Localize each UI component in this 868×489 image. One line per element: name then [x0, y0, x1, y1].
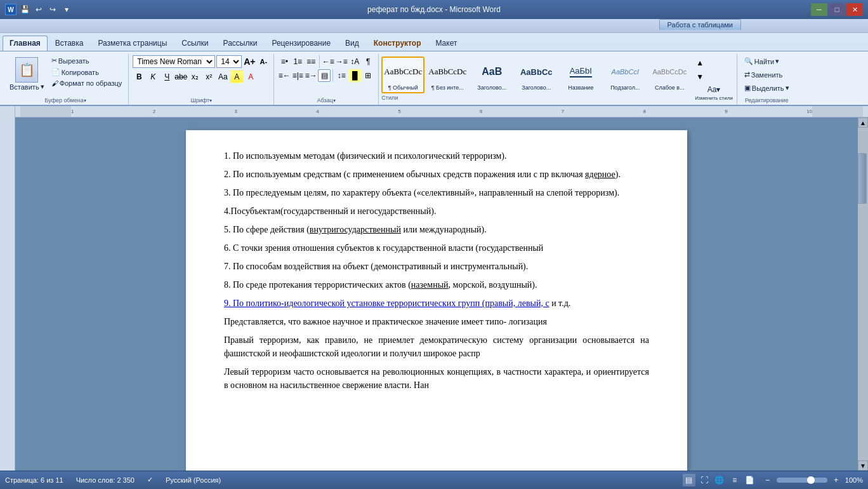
style-normal[interactable]: AaBbCcDc ¶ Обычный — [381, 57, 424, 93]
scroll-down-arrow[interactable]: ▼ — [858, 460, 868, 471]
clipboard-expand[interactable]: ▾ — [84, 98, 86, 104]
close-btn[interactable]: ✕ — [846, 3, 863, 16]
underline-nazemny: наземный — [411, 280, 449, 290]
word-count: Число слов: 2 350 — [76, 476, 135, 484]
style-subtitle-label: Подзагол... — [610, 84, 640, 91]
tab-review[interactable]: Рецензирование — [265, 36, 338, 51]
numbering-btn[interactable]: 1≡ — [291, 55, 304, 68]
tab-design[interactable]: Конструктор — [367, 36, 428, 51]
replace-button[interactable]: ⇄ Заменить — [741, 69, 792, 81]
font-color-button[interactable]: А — [244, 70, 257, 83]
select-button[interactable]: ▣ Выделить ▾ — [741, 82, 792, 94]
document-page[interactable]: 1. По используемым методам (физический и… — [186, 130, 687, 471]
tab-insert[interactable]: Вставка — [48, 36, 91, 51]
styles-row: AaBbCcDc ¶ Обычный AaBbCcDc ¶ Без инте..… — [381, 57, 691, 93]
save-quick-btn[interactable]: 💾 — [19, 4, 30, 15]
align-left-btn[interactable]: ≡← — [278, 69, 291, 82]
editing-group: 🔍 Найти ▾ ⇄ Заменить ▣ Выделить ▾ Редакт… — [737, 54, 796, 105]
editing-controls: 🔍 Найти ▾ ⇄ Заменить ▣ Выделить ▾ — [741, 55, 792, 97]
scrollbar-track[interactable] — [858, 128, 868, 460]
font-shrink-btn[interactable]: A- — [257, 55, 270, 68]
tab-layout[interactable]: Макет — [428, 36, 464, 51]
increase-indent-btn[interactable]: →≡ — [335, 55, 348, 68]
italic-button[interactable]: K — [147, 70, 159, 83]
strikethrough-button[interactable]: abe — [174, 70, 187, 83]
zoom-in-btn[interactable]: + — [830, 474, 843, 486]
style-heading2-preview: AaBbCc — [518, 59, 554, 84]
cut-button[interactable]: ✂ Вырезать — [49, 55, 125, 66]
styles-bottom: Стили — [381, 95, 691, 101]
style-weak-label: Слабое в... — [655, 84, 685, 91]
change-styles-button[interactable]: Аа▾ Изменить стили — [694, 84, 734, 102]
full-screen-btn[interactable]: ⛶ — [698, 474, 711, 486]
paste-button[interactable]: 📋 Вставить▾ — [6, 55, 48, 93]
sort-btn[interactable]: ↕A — [348, 55, 361, 68]
line-spacing-btn[interactable]: ↕≡ — [335, 69, 348, 82]
style-title-preview: AaБbI — [563, 59, 598, 84]
style-subtitle[interactable]: AaBbCcI Подзагол... — [603, 57, 647, 93]
multilevel-btn[interactable]: ≡≡ — [305, 55, 317, 68]
style-weak[interactable]: AaBbCcDc Слабое в... — [648, 57, 691, 93]
styles-scroll-up[interactable]: ▲ — [694, 57, 706, 69]
subscript-button[interactable]: x₂ — [188, 70, 201, 83]
decrease-indent-btn[interactable]: ←≡ — [322, 55, 334, 68]
highlight-button[interactable]: А — [230, 70, 243, 83]
quick-access-toolbar: 💾 ↩ ↪ ▾ — [19, 4, 72, 15]
vertical-scrollbar[interactable]: ▲ ▼ — [858, 117, 868, 471]
paragraph-4: 4.Посубъектам(государственный и негосуда… — [224, 204, 649, 218]
styles-content: AaBbCcDc ¶ Обычный AaBbCcDc ¶ Без инте..… — [381, 57, 691, 101]
ruler-margin-right — [812, 106, 863, 117]
outline-btn[interactable]: ≡ — [728, 474, 741, 486]
underline-yadernoe: ядерное — [585, 170, 615, 179]
style-normal-label: ¶ Обычный — [388, 84, 418, 91]
superscript-button[interactable]: x² — [202, 70, 215, 83]
bold-button[interactable]: B — [133, 70, 145, 83]
align-center-btn[interactable]: ≡|≡ — [291, 69, 304, 82]
paragraph-expand[interactable]: ▾ — [333, 98, 336, 104]
tab-references[interactable]: Ссылки — [174, 36, 215, 51]
shading-btn[interactable]: █ — [348, 69, 361, 82]
customize-quick-btn[interactable]: ▾ — [61, 4, 72, 15]
styles-scroll-down[interactable]: ▼ — [694, 70, 706, 83]
font-expand[interactable]: ▾ — [209, 98, 212, 104]
zoom-out-btn[interactable]: − — [761, 474, 774, 486]
font-name-selector[interactable]: Times New Roman — [133, 55, 215, 68]
tab-page-layout[interactable]: Разметка страницы — [91, 36, 174, 51]
paragraph-row1: ≡• 1≡ ≡≡ ←≡ →≡ ↕A ¶ — [278, 55, 374, 68]
align-right-btn[interactable]: ≡→ — [305, 69, 317, 82]
redo-quick-btn[interactable]: ↪ — [47, 4, 58, 15]
font-size-selector[interactable]: 14 — [216, 55, 242, 68]
draft-btn[interactable]: 📄 — [744, 474, 756, 486]
format-painter-button[interactable]: 🖌 Формат по образцу — [49, 78, 125, 88]
doc-scroll-area: 1. По используемым методам (физический и… — [15, 117, 868, 471]
maximize-btn[interactable]: □ — [829, 3, 845, 16]
underline-button[interactable]: Ч — [161, 70, 173, 83]
show-marks-btn[interactable]: ¶ — [362, 55, 374, 68]
justify-btn[interactable]: ▤ — [318, 69, 331, 82]
web-layout-btn[interactable]: 🌐 — [713, 474, 726, 486]
tab-view[interactable]: Вид — [338, 36, 366, 51]
scrollbar-thumb[interactable] — [858, 153, 867, 204]
style-heading1[interactable]: AaB Заголово... — [470, 57, 513, 93]
font-grow-btn[interactable]: A+ — [243, 55, 256, 68]
case-button[interactable]: Аа — [216, 70, 229, 83]
style-heading2[interactable]: AaBbCc Заголово... — [515, 57, 558, 93]
font-selector-row: Times New Roman 14 A+ A- — [133, 55, 270, 68]
copy-button[interactable]: 📄 Копировать — [49, 67, 125, 77]
paste-label: Вставить▾ — [10, 83, 44, 91]
tab-home[interactable]: Главная — [3, 36, 48, 51]
scroll-up-arrow[interactable]: ▲ — [858, 117, 868, 128]
title-bar-left: W 💾 ↩ ↪ ▾ — [5, 4, 72, 15]
zoom-slider[interactable] — [777, 478, 827, 483]
paste-icon: 📋 — [15, 57, 38, 83]
undo-quick-btn[interactable]: ↩ — [33, 4, 44, 15]
minimize-btn[interactable]: ─ — [811, 3, 827, 16]
bullets-btn[interactable]: ≡• — [278, 55, 291, 68]
print-layout-btn[interactable]: ▤ — [683, 474, 695, 486]
style-title[interactable]: AaБbI Название — [559, 57, 602, 93]
tab-mailings[interactable]: Рассылки — [216, 36, 265, 51]
borders-btn[interactable]: ⊞ — [362, 69, 374, 82]
find-button[interactable]: 🔍 Найти ▾ — [741, 55, 792, 67]
style-title-label: Название — [568, 84, 593, 91]
style-no-spacing[interactable]: AaBbCcDc ¶ Без инте... — [426, 57, 469, 93]
